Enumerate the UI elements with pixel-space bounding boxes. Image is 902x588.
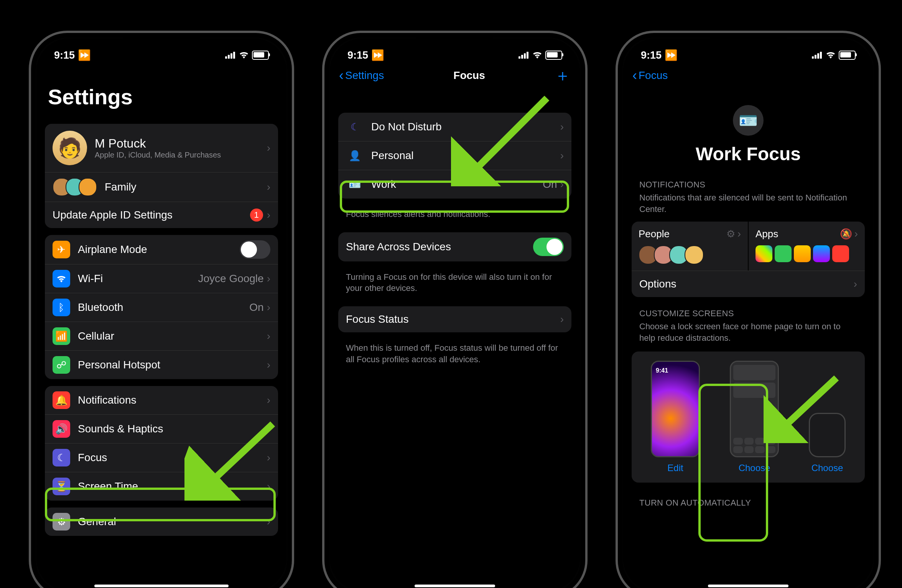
chevron-icon: › — [267, 209, 270, 221]
focus-footer: Focus silences alerts and notifications. — [330, 205, 580, 225]
bluetooth-icon: ᛒ — [53, 299, 70, 316]
share-toggle[interactable] — [533, 238, 564, 256]
status-footer: When this is turned off, Focus status wi… — [330, 339, 580, 370]
focus-status-row[interactable]: Focus Status › — [338, 306, 571, 332]
chevron-icon: › — [267, 480, 270, 493]
apple-id-row[interactable]: 🧑 M Potuck Apple ID, iCloud, Media & Pur… — [45, 124, 278, 172]
family-avatars — [53, 178, 97, 196]
apps-tile[interactable]: Apps 🔕› — [749, 222, 865, 271]
battery-icon — [839, 51, 856, 60]
page-title: Settings — [36, 61, 286, 117]
lanyard-icon: 🪪 — [346, 176, 364, 193]
focus-title: Work Focus — [623, 143, 873, 164]
bell-slash-icon: 🔕 — [840, 228, 852, 240]
choose-watch-button[interactable]: Choose — [809, 463, 846, 473]
profile-group: 🧑 M Potuck Apple ID, iCloud, Media & Pur… — [45, 124, 278, 228]
badge-count: 1 — [250, 209, 263, 222]
profile-name: M Potuck — [95, 136, 267, 151]
notifications-subtitle: Notifications that are silenced will be … — [623, 191, 873, 218]
people-avatars — [639, 245, 741, 264]
choose-home-button[interactable]: Choose — [730, 463, 779, 473]
chevron-icon: › — [560, 121, 564, 133]
chevron-icon: › — [267, 394, 270, 406]
share-devices-row[interactable]: Share Across Devices — [338, 232, 571, 261]
wifi-square-icon — [53, 270, 70, 287]
options-row[interactable]: Options › — [632, 271, 865, 297]
airplane-mode-row[interactable]: ✈︎ Airplane Mode — [45, 235, 278, 264]
home-indicator[interactable] — [708, 585, 788, 587]
chevron-icon: › — [267, 181, 270, 193]
chevron-icon: › — [267, 273, 270, 285]
chevron-icon: › — [560, 149, 564, 162]
chevron-icon: › — [267, 423, 270, 435]
signal-icon — [812, 52, 823, 59]
wifi-icon — [826, 49, 836, 61]
speaker-icon: 🔊 — [53, 420, 70, 438]
chevron-icon: › — [267, 301, 270, 314]
focus-row[interactable]: ☾ Focus › — [45, 443, 278, 472]
edit-button[interactable]: Edit — [651, 463, 700, 473]
phone-focus-list: 9:15 ⏩ ‹ Settings Focus ＋ ☾ Do Not Distu… — [322, 31, 588, 588]
back-button[interactable]: ‹ Settings — [339, 67, 384, 84]
share-footer: Turning a Focus on for this device will … — [330, 268, 580, 299]
notifications-row[interactable]: 🔔 Notifications › — [45, 386, 278, 414]
focus-hero: 🪪 Work Focus — [623, 105, 873, 164]
status-time: 9:15 ⏩ — [641, 49, 678, 61]
notifications-header: NOTIFICATIONS — [623, 168, 873, 191]
cellular-icon: 📶 — [53, 327, 70, 345]
cellular-row[interactable]: 📶 Cellular › — [45, 322, 278, 350]
moon-icon: ☾ — [53, 449, 70, 466]
phone-work-focus: 9:15 ⏩ ‹ Focus 🪪 Work Focus NOTIFICATION… — [616, 31, 881, 588]
people-tile[interactable]: People ⚙︎› — [632, 222, 748, 271]
airplane-toggle[interactable] — [240, 240, 270, 259]
lanyard-icon: 🪪 — [733, 105, 764, 136]
memoji-avatar: 🧑 — [53, 131, 87, 165]
watch-face-thumb[interactable] — [809, 413, 846, 457]
sounds-row[interactable]: 🔊 Sounds & Haptics › — [45, 414, 278, 443]
auto-header: TURN ON AUTOMATICALLY — [623, 483, 873, 509]
gear-icon: ⚙︎ — [53, 513, 70, 531]
status-time: 9:15 ⏩ — [347, 49, 384, 61]
chevron-icon: › — [560, 313, 564, 325]
chevron-icon: › — [854, 278, 857, 290]
chevron-icon: › — [560, 178, 564, 191]
back-button[interactable]: ‹ Focus — [632, 67, 668, 84]
wifi-row[interactable]: Wi-Fi Joyce Google › — [45, 264, 278, 293]
customize-screens: 9:41 Edit Choose Choose — [632, 351, 865, 483]
family-row[interactable]: Family › — [45, 172, 278, 202]
notch — [416, 33, 493, 49]
person-icon: 👤 — [346, 147, 364, 164]
home-indicator[interactable] — [415, 585, 495, 587]
screentime-row[interactable]: ⏳ Screen Time › — [45, 472, 278, 501]
chevron-left-icon: ‹ — [632, 67, 637, 84]
signal-icon — [518, 52, 529, 59]
battery-icon — [252, 51, 269, 60]
add-button[interactable]: ＋ — [555, 67, 571, 84]
hotspot-row[interactable]: ☍ Personal Hotspot › — [45, 350, 278, 379]
profile-subtitle: Apple ID, iCloud, Media & Purchases — [95, 151, 267, 159]
customize-subtitle: Choose a lock screen face or home page t… — [623, 320, 873, 347]
signal-icon — [225, 52, 236, 59]
bluetooth-row[interactable]: ᛒ Bluetooth On › — [45, 293, 278, 322]
notch — [123, 33, 200, 49]
app-icons — [756, 245, 858, 262]
home-indicator[interactable] — [94, 585, 229, 587]
home-screen-thumb[interactable] — [730, 361, 779, 457]
personal-row[interactable]: 👤 Personal › — [338, 141, 571, 170]
hotspot-icon: ☍ — [53, 356, 70, 374]
battery-icon — [545, 51, 562, 60]
chevron-icon: › — [267, 359, 270, 371]
chevron-icon: › — [267, 516, 270, 528]
nav-title: Focus — [453, 69, 485, 82]
lock-screen-thumb[interactable]: 9:41 — [651, 361, 700, 457]
dnd-row[interactable]: ☾ Do Not Disturb › — [338, 113, 571, 141]
chevron-icon: › — [854, 228, 858, 240]
update-apple-id-row[interactable]: Update Apple ID Settings 1 › — [45, 202, 278, 228]
gear-icon: ⚙︎ — [726, 228, 735, 240]
hourglass-icon: ⏳ — [53, 478, 70, 495]
phone-settings: 9:15 ⏩ Settings 🧑 M Potuck Apple ID, iCl… — [29, 31, 294, 588]
general-row[interactable]: ⚙︎ General › — [45, 508, 278, 536]
chevron-icon: › — [737, 228, 741, 240]
work-row[interactable]: 🪪 Work On › — [338, 170, 571, 199]
chevron-icon: › — [267, 330, 270, 342]
